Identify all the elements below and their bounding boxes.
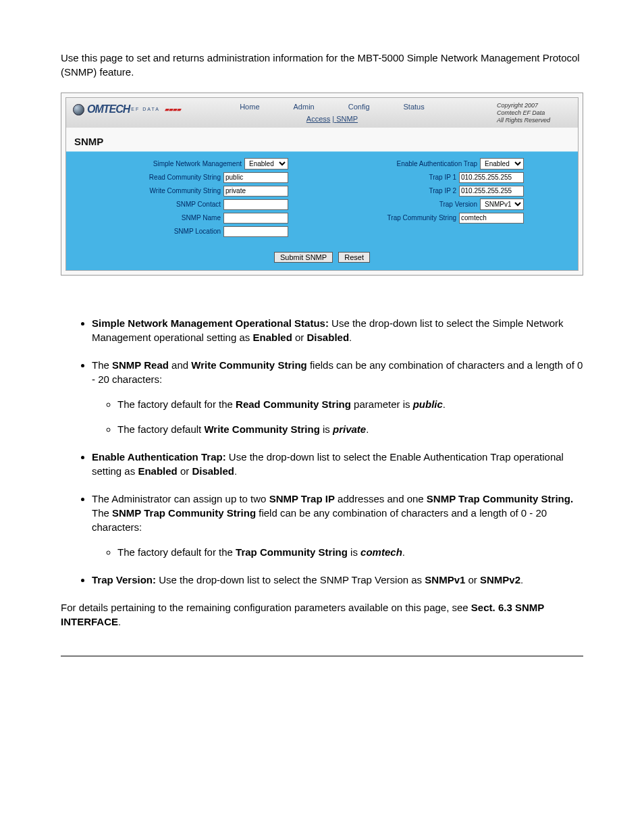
- label-contact: SNMP Contact: [176, 200, 221, 209]
- input-trapip1[interactable]: [459, 172, 524, 183]
- list-item: Simple Network Management Operational St…: [92, 316, 583, 344]
- text: The: [92, 359, 112, 371]
- copyright: Copyright 2007 Comtech EF Data All Right…: [497, 102, 571, 124]
- list-item: The factory default for the Read Communi…: [117, 397, 583, 411]
- bold: Simple Network Management Operational St…: [92, 317, 331, 329]
- text: is: [348, 546, 360, 558]
- button-row: Submit SNMP Reset: [66, 246, 578, 270]
- text: parameter is: [351, 398, 413, 410]
- label-write: Write Community String: [150, 186, 221, 196]
- text: .: [118, 616, 121, 627]
- text: For details pertaining to the remaining …: [61, 602, 471, 613]
- copy-line: All Rights Reserved: [497, 117, 571, 124]
- text: .: [366, 423, 369, 435]
- nav-config[interactable]: Config: [348, 102, 370, 112]
- bullet-list: Simple Network Management Operational St…: [61, 316, 583, 587]
- copy-line: Comtech EF Data: [497, 109, 571, 117]
- text: or: [178, 465, 192, 477]
- reset-button[interactable]: Reset: [338, 252, 370, 263]
- closing-text: For details pertaining to the remaining …: [61, 600, 583, 629]
- label-snm: Simple Network Management: [153, 159, 242, 169]
- emph: private: [333, 423, 366, 435]
- bold: Trap Community String: [236, 546, 348, 558]
- label-location: SNMP Location: [174, 227, 221, 236]
- subnav-access[interactable]: Access: [306, 115, 330, 123]
- bold: Write Community String: [191, 359, 306, 371]
- nav-area: Home Admin Config Status Access | SNMP: [194, 102, 470, 125]
- input-contact[interactable]: [223, 199, 288, 210]
- sub-list: The factory default for the Trap Communi…: [92, 545, 583, 559]
- text: The Administrator can assign up to two: [92, 493, 269, 504]
- text: The factory default for the: [117, 398, 236, 410]
- input-location[interactable]: [223, 226, 288, 237]
- text: or: [465, 574, 480, 585]
- bold: SNMP Trap Community String: [112, 507, 256, 519]
- logo-bars: ▰▰▰▰: [165, 105, 181, 114]
- bold: Read Community String: [236, 398, 351, 410]
- bold: Trap Version:: [92, 574, 159, 585]
- list-item: The factory default for the Trap Communi…: [117, 545, 583, 559]
- text: .: [520, 574, 523, 585]
- right-column: Enable Authentication Trap Enabled Trap …: [329, 157, 524, 238]
- text: addresses and one: [335, 493, 427, 504]
- label-authtrap: Enable Authentication Trap: [396, 159, 477, 169]
- label-trapver: Trap Version: [439, 200, 477, 209]
- text: The: [92, 507, 112, 519]
- text: or: [292, 332, 307, 343]
- text: is: [320, 423, 333, 435]
- bold: Enabled: [252, 332, 292, 343]
- logo-sub: EF DATA: [131, 106, 160, 113]
- label-trapip1: Trap IP 1: [429, 173, 456, 182]
- bold: SNMP Trap IP: [269, 493, 335, 504]
- bold: SNMP Trap Community String.: [427, 493, 573, 504]
- app-frame: OMTECH EF DATA ▰▰▰▰ Home Admin Config St…: [65, 97, 579, 271]
- nav-admin[interactable]: Admin: [294, 102, 315, 112]
- select-trapver[interactable]: SNMPv1: [480, 199, 524, 210]
- input-trapcomm[interactable]: [459, 213, 524, 224]
- list-item: Trap Version: Use the drop-down list to …: [92, 573, 583, 587]
- nav-status[interactable]: Status: [404, 102, 425, 112]
- list-item: Enable Authentication Trap: Use the drop…: [92, 450, 583, 478]
- footer-rule: [61, 656, 583, 656]
- text: The factory default for the: [117, 546, 236, 558]
- bold: SNMPv1: [425, 574, 465, 585]
- bold: Disabled: [192, 465, 234, 477]
- list-item: The Administrator can assign up to two S…: [92, 492, 583, 559]
- input-read[interactable]: [223, 172, 288, 183]
- globe-icon: [73, 104, 84, 115]
- intro-text: Use this page to set and returns adminis…: [61, 51, 583, 79]
- submit-button[interactable]: Submit SNMP: [274, 252, 333, 263]
- subnav-snmp[interactable]: SNMP: [336, 115, 358, 123]
- logo: OMTECH EF DATA ▰▰▰▰: [73, 102, 181, 117]
- screenshot-frame: OMTECH EF DATA ▰▰▰▰ Home Admin Config St…: [61, 93, 583, 276]
- subnav: Access | SNMP: [306, 114, 358, 124]
- sub-list: The factory default for the Read Communi…: [92, 397, 583, 436]
- input-trapip2[interactable]: [459, 186, 524, 197]
- text: .: [234, 465, 237, 477]
- text: The factory default: [117, 423, 204, 435]
- label-trapcomm: Trap Community String: [387, 213, 456, 223]
- page-title: SNMP: [66, 128, 578, 151]
- select-authtrap[interactable]: Enabled: [480, 158, 524, 170]
- label-read: Read Community String: [149, 173, 221, 182]
- bold: SNMPv2: [480, 574, 520, 585]
- label-trapip2: Trap IP 2: [429, 186, 456, 196]
- logo-text: OMTECH: [87, 102, 130, 117]
- select-snm[interactable]: Enabled: [244, 158, 288, 170]
- text: .: [443, 398, 446, 410]
- bold: SNMP Read: [112, 359, 169, 371]
- text: .: [402, 546, 405, 558]
- nav-home[interactable]: Home: [240, 102, 259, 112]
- list-item: The factory default Write Community Stri…: [117, 422, 583, 436]
- bold: Enable Authentication Trap:: [92, 451, 229, 463]
- bold: Write Community String: [204, 423, 319, 435]
- app-header: OMTECH EF DATA ▰▰▰▰ Home Admin Config St…: [66, 98, 578, 128]
- bold: Disabled: [307, 332, 350, 343]
- left-column: Simple Network Management Enabled Read C…: [93, 157, 288, 238]
- bold: Enabled: [138, 465, 177, 477]
- input-name[interactable]: [223, 213, 288, 224]
- emph: public: [413, 398, 443, 410]
- text: and: [169, 359, 191, 371]
- label-name: SNMP Name: [182, 213, 221, 223]
- input-write[interactable]: [223, 186, 288, 197]
